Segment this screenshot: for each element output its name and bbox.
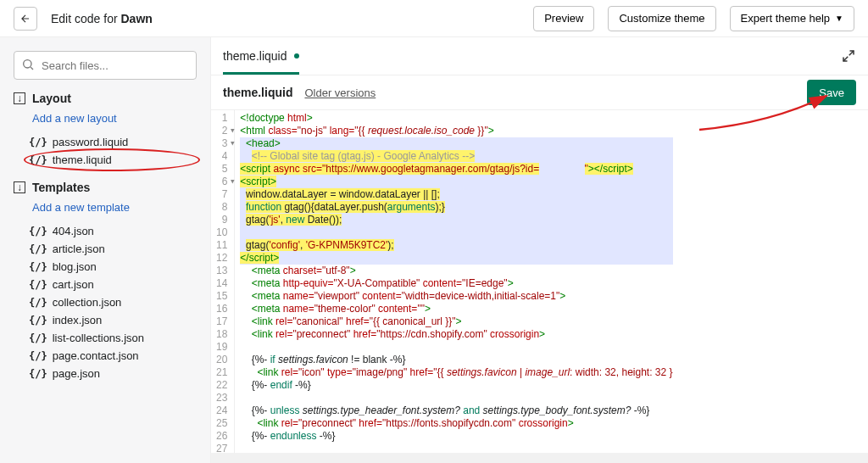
code-line[interactable]: <meta name="theme-color" content="">: [240, 303, 672, 315]
customize-theme-button[interactable]: Customize theme: [608, 6, 715, 31]
layout-section: ↓ Layout Add a new layout {/}password.li…: [14, 92, 197, 169]
file-name: page.json: [53, 367, 100, 380]
back-button[interactable]: [14, 7, 37, 31]
add-layout-link[interactable]: Add a new layout: [14, 110, 197, 128]
code-content[interactable]: <!doctype html><html class="no-js" lang=…: [235, 110, 672, 453]
file-icon: {/}: [29, 279, 47, 291]
file-name: index.json: [53, 314, 103, 326]
file-icon: {/}: [29, 315, 47, 326]
file-name: theme.liquid: [53, 153, 112, 166]
code-line[interactable]: [240, 341, 672, 354]
code-line[interactable]: [240, 443, 672, 453]
file-icon: {/}: [29, 261, 47, 273]
code-line[interactable]: </script>: [240, 252, 672, 265]
code-line[interactable]: gtag('config', 'G-KPNM5K9TC2');: [240, 239, 672, 252]
code-line[interactable]: <script async src="https://www.googletag…: [240, 163, 672, 176]
fullscreen-icon: [841, 48, 856, 64]
file-item[interactable]: {/}theme.liquid: [14, 151, 197, 169]
file-icon: {/}: [29, 137, 47, 148]
older-versions-link[interactable]: Older versions: [304, 86, 376, 99]
code-line[interactable]: <link rel="icon" type="image/png" href="…: [240, 366, 672, 379]
templates-section-toggle[interactable]: ↓ Templates: [14, 181, 197, 194]
code-line[interactable]: {%- unless settings.type_header_font.sys…: [240, 404, 672, 417]
file-name: collection.json: [53, 296, 122, 309]
code-line[interactable]: <link rel="canonical" href="{{ canonical…: [240, 315, 672, 328]
file-name: 404.json: [53, 225, 94, 237]
code-line[interactable]: <head>: [240, 137, 672, 150]
file-name: list-collections.json: [53, 332, 144, 344]
search-input[interactable]: [14, 51, 197, 80]
file-header: theme.liquid Older versions Save: [211, 75, 868, 110]
code-line[interactable]: <meta http-equiv="X-UA-Compatible" conte…: [240, 277, 672, 290]
code-line[interactable]: <link rel="preconnect" href="https://cdn…: [240, 328, 672, 341]
code-line[interactable]: <link rel="preconnect" href="https://fon…: [240, 417, 672, 430]
code-line[interactable]: {%- endif -%}: [240, 379, 672, 392]
file-icon: {/}: [29, 297, 47, 309]
code-line[interactable]: <!doctype html>: [240, 112, 672, 125]
file-item[interactable]: {/}page.json: [14, 365, 197, 382]
editor: theme.liquid theme.liquid Older versions…: [210, 37, 868, 463]
file-item[interactable]: {/}list-collections.json: [14, 329, 197, 347]
code-line[interactable]: window.dataLayer = window.dataLayer || […: [240, 188, 672, 201]
code-line[interactable]: function gtag(){dataLayer.push(arguments…: [240, 201, 672, 214]
code-line[interactable]: <html class="no-js" lang="{{ request.loc…: [240, 125, 672, 137]
expert-help-button[interactable]: Expert theme help▼: [730, 6, 854, 31]
code-line[interactable]: <script>: [240, 176, 672, 188]
file-name: cart.json: [53, 278, 94, 291]
search-icon: [21, 58, 35, 74]
fullscreen-button[interactable]: [841, 48, 856, 64]
save-button[interactable]: Save: [807, 80, 856, 105]
templates-section: ↓ Templates Add a new template {/}404.js…: [14, 181, 197, 382]
file-name-label: theme.liquid: [223, 86, 292, 99]
page-title: Edit code for Dawn: [51, 12, 153, 25]
code-line[interactable]: [240, 392, 672, 404]
collapse-icon: ↓: [14, 181, 25, 193]
code-line[interactable]: [240, 226, 672, 239]
file-icon: {/}: [29, 154, 47, 166]
top-header: Edit code for Dawn Preview Customize the…: [0, 0, 868, 37]
code-line[interactable]: <meta charset="utf-8">: [240, 265, 672, 277]
file-item[interactable]: {/}index.json: [14, 311, 197, 329]
svg-point-0: [24, 60, 31, 68]
code-line[interactable]: {%- if settings.favicon != blank -%}: [240, 354, 672, 366]
arrow-left-icon: [19, 13, 31, 25]
file-name: blog.json: [53, 260, 97, 273]
file-item[interactable]: {/}404.json: [14, 222, 197, 240]
code-editor[interactable]: 1234567891011121314151617181920212223242…: [211, 110, 868, 453]
code-line[interactable]: {%- endunless -%}: [240, 430, 672, 443]
file-item[interactable]: {/}cart.json: [14, 276, 197, 293]
code-line[interactable]: gtag('js', new Date());: [240, 214, 672, 226]
file-name: page.contact.json: [53, 349, 139, 362]
file-icon: {/}: [29, 332, 47, 344]
tab-bar: theme.liquid: [211, 37, 868, 75]
file-item[interactable]: {/}blog.json: [14, 258, 197, 276]
add-template-link[interactable]: Add a new template: [14, 199, 197, 217]
file-icon: {/}: [29, 243, 47, 255]
file-icon: {/}: [29, 368, 47, 380]
file-item[interactable]: {/}password.liquid: [14, 133, 197, 151]
collapse-icon: ↓: [14, 92, 25, 104]
unsaved-dot-icon: [294, 53, 299, 59]
line-gutter: 1234567891011121314151617181920212223242…: [211, 110, 235, 453]
preview-button[interactable]: Preview: [533, 6, 594, 31]
file-item[interactable]: {/}collection.json: [14, 293, 197, 311]
annotation-circle-icon: [24, 148, 200, 171]
tab-theme-liquid[interactable]: theme.liquid: [223, 37, 299, 75]
code-line[interactable]: <!-- Global site tag (gtag.js) - Google …: [240, 150, 672, 163]
file-item[interactable]: {/}page.contact.json: [14, 347, 197, 365]
file-icon: {/}: [29, 350, 47, 362]
chevron-down-icon: ▼: [835, 14, 843, 23]
horizontal-scrollbar[interactable]: [211, 453, 868, 463]
code-line[interactable]: <meta name="viewport" content="width=dev…: [240, 290, 672, 303]
file-item[interactable]: {/}article.json: [14, 240, 197, 258]
file-icon: {/}: [29, 226, 47, 237]
sidebar: ↓ Layout Add a new layout {/}password.li…: [0, 37, 210, 463]
file-name: article.json: [53, 243, 105, 255]
main-area: ↓ Layout Add a new layout {/}password.li…: [0, 37, 868, 463]
file-name: password.liquid: [53, 136, 129, 148]
layout-section-toggle[interactable]: ↓ Layout: [14, 92, 197, 105]
